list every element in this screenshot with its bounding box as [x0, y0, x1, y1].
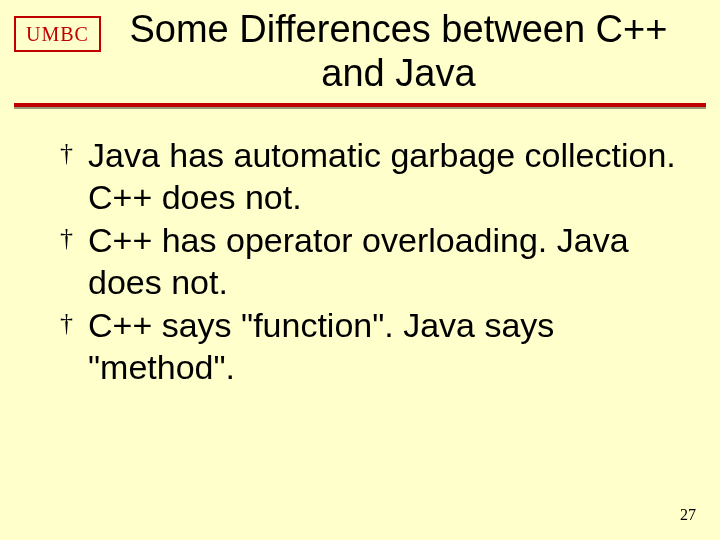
list-item: † C++ says "function". Java says "method… [60, 305, 680, 388]
dagger-icon: † [60, 305, 88, 341]
slide-body: † Java has automatic garbage collection.… [0, 107, 720, 388]
bullet-text: C++ has operator overloading. Java does … [88, 220, 680, 303]
slide-header: UMBC Some Differences between C++ and Ja… [0, 0, 720, 95]
umbc-badge: UMBC [14, 16, 101, 52]
dagger-icon: † [60, 135, 88, 171]
page-number: 27 [680, 506, 696, 524]
slide-title: Some Differences between C++ and Java [111, 8, 706, 95]
list-item: † Java has automatic garbage collection.… [60, 135, 680, 218]
bullet-text: Java has automatic garbage collection. C… [88, 135, 680, 218]
list-item: † C++ has operator overloading. Java doe… [60, 220, 680, 303]
bullet-text: C++ says "function". Java says "method". [88, 305, 680, 388]
dagger-icon: † [60, 220, 88, 256]
